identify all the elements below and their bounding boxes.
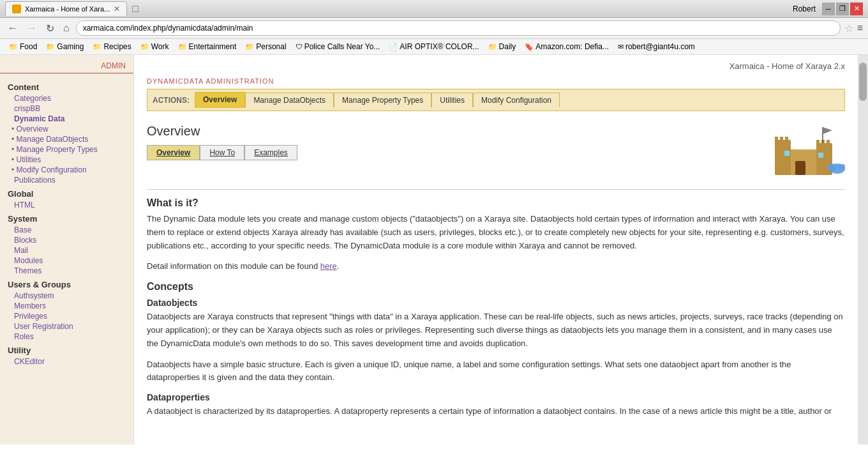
action-tab-manage-dataobjects[interactable]: Manage DataObjects [245,93,334,107]
sidebar-item-utilities[interactable]: Utilities [0,155,133,165]
bookmark-daily[interactable]: 📁Daily [484,41,520,52]
restore-button[interactable]: ❐ [836,3,849,15]
bookmark-police[interactable]: 🛡Police Calls Near Yo... [292,41,384,52]
svg-rect-1 [775,140,791,175]
dataobjects-text2: Dataobjects have a simple basic structur… [147,358,845,385]
bookmark-work[interactable]: 📁Work [137,41,173,52]
svg-rect-11 [818,153,823,158]
new-tab-button[interactable]: □ [130,3,141,15]
sidebar-item-members[interactable]: Members [0,301,133,311]
menu-button[interactable]: ≡ [857,22,863,34]
sidebar-section-users-groups: Users & Groups [0,276,133,291]
bookmarks-bar: 📁Food 📁Gaming 📁Recipes 📁Work 📁Entertainm… [0,39,868,55]
sidebar-item-manage-property-types[interactable]: Manage Property Types [0,144,133,155]
inner-tab-examples[interactable]: Examples [244,145,297,160]
bookmark-gaming[interactable]: 📁Gaming [42,41,87,52]
svg-rect-3 [775,137,778,142]
bookmark-personal[interactable]: 📁Personal [241,41,290,52]
sidebar-item-overview[interactable]: Overview [0,124,133,134]
action-tab-modify-configuration[interactable]: Modify Configuration [473,93,560,107]
forward-button[interactable]: → [24,21,40,35]
section-header: DYNAMICDATA ADMINISTRATION [147,77,845,85]
svg-rect-4 [780,137,783,142]
action-tab-manage-property-types[interactable]: Manage Property Types [334,93,431,107]
admin-section: DYNAMICDATA ADMINISTRATION ACTIONS: Over… [134,73,858,118]
sidebar-item-privileges[interactable]: Privileges [0,311,133,321]
dataobjects-heading: Dataobjects [147,298,845,308]
sidebar-item-dynamic-data[interactable]: Dynamic Data [0,114,133,124]
here-link[interactable]: here [320,261,337,271]
sidebar: ADMIN Content Categories crispBB Dynamic… [0,55,134,445]
sidebar-item-base[interactable]: Base [0,225,133,235]
dataobjects-text: Dataobjects are Xaraya constructs that r… [147,310,845,350]
inner-tab-overview[interactable]: Overview [147,145,200,160]
actions-bar: ACTIONS: Overview Manage DataObjects Man… [147,89,845,111]
dataproperties-heading: Dataproperties [147,392,845,402]
main-content: Xarmaica - Home of Xaraya 2.x DYNAMICDAT… [134,55,858,445]
svg-rect-9 [795,161,805,175]
what-is-it-heading: What is it? [147,197,845,209]
action-tab-overview[interactable]: Overview [195,92,245,108]
tab-favicon [12,4,21,13]
sidebar-item-modify-configuration[interactable]: Modify Configuration [0,165,133,175]
content-area: Overview Overview How To Examples [134,118,858,439]
tab-close-icon[interactable]: ✕ [114,4,120,13]
dataproperties-text: A dataobject is characterized by its dat… [147,405,845,418]
close-button[interactable]: ✕ [850,3,863,15]
user-label: Robert [793,4,816,13]
what-is-it-text: The Dynamic Data module lets you create … [147,213,845,252]
content-divider [147,189,845,190]
actions-label: ACTIONS: [153,96,190,105]
bookmark-star-button[interactable]: ☆ [844,22,853,34]
bookmark-food[interactable]: 📁Food [5,41,41,52]
sidebar-section-system: System [0,210,133,225]
svg-marker-13 [823,127,832,134]
sidebar-item-authsystem[interactable]: Authsystem [0,291,133,301]
sidebar-item-html[interactable]: HTML [0,200,133,210]
sidebar-section-content: Content [0,79,133,93]
home-button[interactable]: ⌂ [61,21,72,35]
bookmark-recipes[interactable]: 📁Recipes [89,41,135,52]
svg-rect-6 [816,140,819,145]
bookmark-email[interactable]: ✉robert@giant4u.com [614,41,699,52]
action-tab-utilities[interactable]: Utilities [431,93,473,107]
sidebar-item-manage-dataobjects[interactable]: Manage DataObjects [0,134,133,144]
scrollbar-track[interactable] [858,55,868,445]
sidebar-item-blocks[interactable]: Blocks [0,235,133,245]
sidebar-admin-label: ADMIN [0,61,133,73]
bookmark-airoptix[interactable]: 📄AIR OPTIX® COLOR... [385,41,483,52]
reload-button[interactable]: ↻ [43,21,57,36]
sidebar-item-themes[interactable]: Themes [0,266,133,276]
sidebar-item-mail[interactable]: Mail [0,245,133,255]
castle-illustration [768,124,845,181]
bookmark-entertainment[interactable]: 📁Entertainment [174,41,241,52]
inner-tab-how-to[interactable]: How To [200,145,244,160]
inner-tabs: Overview How To Examples [147,145,297,160]
bookmark-amazon[interactable]: 🔖Amazon.com: Defia... [521,41,613,52]
svg-rect-10 [784,151,789,156]
sidebar-item-modules[interactable]: Modules [0,255,133,266]
concepts-heading: Concepts [147,281,845,293]
sidebar-section-global: Global [0,185,133,200]
detail-text: Detail information on this module can be… [147,260,845,273]
svg-point-15 [827,164,837,171]
scrollbar-thumb[interactable] [859,63,867,101]
minimize-button[interactable]: ─ [822,3,835,15]
svg-rect-8 [827,140,830,145]
sidebar-item-user-registration[interactable]: User Registration [0,321,133,332]
sidebar-item-roles[interactable]: Roles [0,332,133,342]
sidebar-item-crispbb[interactable]: crispBB [0,103,133,114]
address-bar[interactable] [76,20,841,36]
sidebar-section-utility: Utility [0,342,133,356]
tab-title: Xarmaica - Home of Xara... [25,5,110,13]
page-top-right: Xarmaica - Home of Xaraya 2.x [134,55,858,73]
back-button[interactable]: ← [5,21,20,35]
sidebar-item-categories[interactable]: Categories [0,93,133,103]
page-title: Overview [147,124,297,139]
sidebar-item-ckeditor[interactable]: CKEditor [0,356,133,367]
sidebar-item-publications[interactable]: Publications [0,175,133,185]
svg-rect-5 [785,137,788,142]
